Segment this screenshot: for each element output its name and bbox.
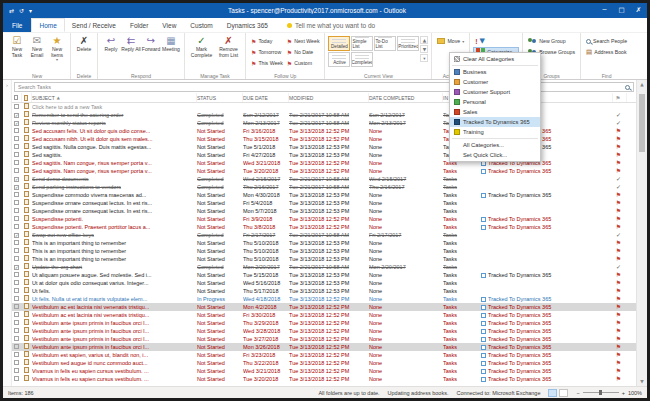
menu-item-set-quick-click[interactable]: Set Quick Click... <box>450 150 540 160</box>
menu-item-customer[interactable]: Customer <box>450 77 540 87</box>
remove-from-list-button[interactable]: ✗ Remove from List <box>215 34 242 58</box>
minimize-button[interactable]: ─ <box>596 3 613 18</box>
task-complete-checkbox[interactable] <box>12 223 22 231</box>
new-group-button[interactable]: New Group <box>526 36 577 46</box>
task-row[interactable]: Suspendisse ornare consequat lectus. In … <box>12 199 636 207</box>
task-complete-checkbox[interactable] <box>12 271 22 279</box>
followup-tomorrow-button[interactable]: ⚑Tomorrow <box>249 47 285 57</box>
follow-up-flag-icon[interactable]: ⚑ <box>613 295 627 303</box>
follow-up-flag-icon[interactable]: ⚑ <box>613 167 627 175</box>
task-row[interactable]: Ut felis. Nulla ut erat id mauris vulput… <box>12 295 636 303</box>
task-row[interactable]: Vestibulum ante ipsum primis in faucibus… <box>12 327 636 335</box>
task-complete-checkbox[interactable] <box>12 359 22 367</box>
folder-pane-collapsed[interactable]: › <box>3 80 12 386</box>
task-complete-checkbox[interactable] <box>12 255 22 263</box>
tab-home[interactable]: Home <box>31 18 64 32</box>
task-complete-checkbox[interactable] <box>12 311 22 319</box>
task-complete-checkbox[interactable] <box>12 167 22 175</box>
task-complete-checkbox[interactable] <box>12 151 22 159</box>
completed-check-icon[interactable]: ✓ <box>613 175 627 183</box>
task-row[interactable]: ✓Update the org chartCompletedMon 2/20/2… <box>12 263 636 271</box>
task-row[interactable]: Vestibulum ante ipsum primis in faucibus… <box>12 343 636 351</box>
task-row[interactable]: Ut aliquam posuere augue. Sed molestie. … <box>12 271 636 279</box>
meeting-button[interactable]: ▦ Meeting <box>161 34 181 53</box>
undo-icon[interactable]: ↺ <box>19 7 24 14</box>
followup-custom-button[interactable]: ⚑Custom <box>285 58 322 68</box>
reply-all-button[interactable]: ⇇ Reply All <box>121 34 141 53</box>
follow-up-flag-icon[interactable]: ⚑ <box>613 311 627 319</box>
completed-check-icon[interactable]: ✓ <box>613 183 627 191</box>
menu-item-sales[interactable]: Sales <box>450 107 540 117</box>
column-header-modified[interactable]: MODIFIED <box>289 93 369 102</box>
task-row[interactable]: Click here to add a new Task <box>12 103 636 111</box>
follow-up-flag-icon[interactable]: ⚑ <box>613 327 627 335</box>
follow-up-flag-icon[interactable]: ⚑ <box>613 143 627 151</box>
low-importance-icon[interactable]: ▼ <box>480 37 485 45</box>
gallery-more-icon[interactable]: ▾ <box>420 54 428 62</box>
task-complete-checkbox[interactable] <box>12 295 22 303</box>
tab-file[interactable]: File <box>3 18 31 32</box>
task-complete-checkbox[interactable]: ✓ <box>12 119 22 127</box>
task-complete-checkbox[interactable] <box>12 303 22 311</box>
follow-up-flag-icon[interactable]: ⚑ <box>613 135 627 143</box>
menu-item-tracked-to-dynamics-365[interactable]: Tracked To Dynamics 365 <box>450 117 540 127</box>
tab-folder[interactable]: Folder <box>123 18 155 32</box>
follow-up-flag-icon[interactable]: ⚑ <box>613 359 627 367</box>
task-complete-checkbox[interactable] <box>12 103 22 111</box>
task-complete-checkbox[interactable] <box>12 207 22 215</box>
follow-up-flag-icon[interactable]: ⚑ <box>613 343 627 351</box>
task-complete-checkbox[interactable]: ✓ <box>12 263 22 271</box>
followup-today-button[interactable]: ⚑Today <box>249 36 285 46</box>
gallery-down-icon[interactable]: ▼ <box>420 45 428 53</box>
scroll-up-icon[interactable]: ▲ <box>637 80 647 89</box>
task-row[interactable]: Ut at dolor quis odio consequat varius. … <box>12 279 636 287</box>
column-header-complete[interactable] <box>12 93 22 102</box>
task-complete-checkbox[interactable]: ✓ <box>12 231 22 239</box>
view-to-do-list[interactable]: To-Do List <box>374 36 396 51</box>
task-complete-checkbox[interactable] <box>12 279 22 287</box>
view-prioritized[interactable]: Prioritized <box>397 36 419 51</box>
vertical-scrollbar[interactable]: ▲ ▼ <box>636 80 647 386</box>
task-row[interactable]: Vestibulum ante ipsum primis in faucibus… <box>12 335 636 343</box>
task-complete-checkbox[interactable] <box>12 247 22 255</box>
follow-up-flag-icon[interactable]: ⚑ <box>613 151 627 159</box>
task-row[interactable]: Sed sagittis. Nam congue, risus semper p… <box>12 167 636 175</box>
completed-check-icon[interactable]: ✓ <box>613 231 627 239</box>
zoom-in-button[interactable]: + <box>622 390 625 396</box>
task-row[interactable]: Sed sagittis.Not StartedFri 4/27/2018Tue… <box>12 151 636 159</box>
task-complete-checkbox[interactable] <box>12 351 22 359</box>
completed-check-icon[interactable]: ✓ <box>613 111 627 119</box>
menu-item-customer-support[interactable]: Customer Support <box>450 87 540 97</box>
menu-item-business[interactable]: Business <box>450 67 540 77</box>
follow-up-flag-icon[interactable]: ⚑ <box>613 239 627 247</box>
column-header-status[interactable]: STATUS <box>197 93 243 102</box>
menu-item-clear-all-categories[interactable]: Clear All Categories <box>450 54 540 64</box>
task-complete-checkbox[interactable] <box>12 159 22 167</box>
menu-item-personal[interactable]: Personal <box>450 97 540 107</box>
zoom-slider-thumb[interactable] <box>599 390 602 395</box>
follow-up-flag-icon[interactable]: ⚑ <box>613 279 627 287</box>
tab-custom[interactable]: Custom <box>183 18 219 32</box>
task-complete-checkbox[interactable] <box>12 367 22 375</box>
address-book-button[interactable]: ▤ Address Book <box>584 47 629 57</box>
task-row[interactable]: Vestibulum sed augue id nunc commodo auc… <box>12 359 636 367</box>
task-row[interactable]: Vestibulum est sapien, varius ut, blandi… <box>12 351 636 359</box>
task-row[interactable]: Vivamus in felis eu sapien cursus vestib… <box>12 367 636 375</box>
follow-up-flag-icon[interactable]: ⚑ <box>613 255 627 263</box>
follow-up-flag-icon[interactable]: ⚑ <box>613 367 627 375</box>
task-complete-checkbox[interactable] <box>12 375 22 383</box>
follow-up-flag-icon[interactable]: ⚑ <box>613 335 627 343</box>
follow-up-flag-icon[interactable]: ⚑ <box>613 159 627 167</box>
tab-view[interactable]: View <box>155 18 183 32</box>
reading-view-button[interactable] <box>559 389 568 397</box>
task-row[interactable]: Sed accusam felis. Ut sit dolor quis odi… <box>12 127 636 135</box>
task-complete-checkbox[interactable] <box>12 287 22 295</box>
follow-up-flag-icon[interactable]: ⚑ <box>613 191 627 199</box>
task-row[interactable]: ✓Send demo documentsCompletedWed 2/15/20… <box>12 175 636 183</box>
task-complete-checkbox[interactable]: ✓ <box>12 183 22 191</box>
tab-dynamics-365[interactable]: Dynamics 365 <box>220 18 275 32</box>
forward-button[interactable]: ↪ Forward <box>141 34 161 53</box>
column-header-icon[interactable] <box>22 93 32 102</box>
follow-up-flag-icon[interactable]: ⚑ <box>613 199 627 207</box>
follow-up-flag-icon[interactable]: ⚑ <box>613 271 627 279</box>
